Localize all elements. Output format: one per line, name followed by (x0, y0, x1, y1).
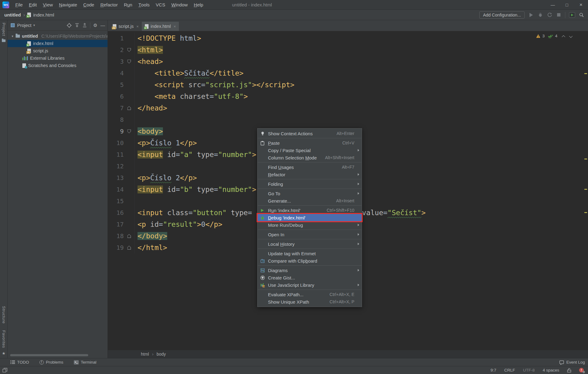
inspections-widget[interactable]: 3 4 (536, 34, 572, 38)
caret-position[interactable]: 9:7 (491, 368, 496, 372)
code-text[interactable] (135, 160, 138, 172)
problems-toolwindow-button[interactable]: ! Problems (40, 360, 63, 365)
code-text[interactable]: <input class="button" type=value="Sečíst… (135, 207, 252, 219)
menu-item-use-javascript-library[interactable]: JSUse JavaScript Library (258, 281, 362, 289)
menu-edit[interactable]: Edit (26, 0, 40, 10)
error-stripe-mark[interactable] (584, 212, 587, 213)
line-separator[interactable]: CRLF (504, 368, 515, 372)
code-text[interactable]: <title>Sčítač</title> (135, 67, 243, 79)
project-dropdown-caret-icon[interactable]: ▾ (33, 23, 35, 27)
notification-icon[interactable]: !⚙ (579, 368, 584, 372)
tab-index-html[interactable]: H index.html × (142, 22, 179, 31)
code-text[interactable]: <p id="result">0</p> (135, 219, 222, 230)
close-tab-icon[interactable]: × (136, 24, 139, 29)
stripe-favorites-button[interactable]: Favorites (2, 330, 6, 348)
menu-item-compare-with-clipboard[interactable]: Compare with Clipboard (258, 257, 362, 264)
code-text[interactable]: </head> (135, 102, 167, 114)
locate-file-icon[interactable] (67, 23, 72, 28)
tree-row-scratches[interactable]: Scratches and Consoles (8, 62, 107, 69)
coverage-button[interactable] (547, 12, 552, 18)
file-encoding[interactable]: UTF-8 (523, 368, 535, 372)
menu-item-create-gist[interactable]: Create Gist... (258, 274, 362, 281)
tab-script-js[interactable]: JS script.js × (110, 22, 142, 31)
menu-item-show-unique-xpath[interactable]: Show Unique XPathCtrl+Alt+X, P (258, 298, 362, 305)
breadcrumb-file[interactable]: index.html (33, 12, 54, 17)
code-text[interactable]: <html> (135, 44, 163, 56)
code-text[interactable]: <script src="script.js"></script> (135, 79, 294, 91)
collapse-all-icon[interactable] (82, 23, 87, 28)
menu-item-open-in[interactable]: Open In (258, 231, 362, 238)
project-panel-title[interactable]: Project (17, 23, 32, 28)
menu-item-column-selection-mode[interactable]: Column Selection ModeAlt+Shift+Insert (258, 154, 362, 161)
menu-item-run-index-html[interactable]: Run 'index.html'Ctrl+Shift+F10 (258, 207, 362, 214)
code-text[interactable]: </body> (135, 230, 167, 242)
next-issue-icon[interactable] (569, 34, 572, 38)
run-anything-icon[interactable] (569, 12, 575, 18)
terminal-toolwindow-button[interactable]: >_ Terminal (74, 360, 96, 365)
fold-marker-icon[interactable] (127, 60, 131, 64)
toolwindow-toggle-icon[interactable] (2, 368, 7, 372)
error-stripe-mark[interactable] (584, 73, 587, 74)
event-log-button[interactable]: Event Log (559, 360, 585, 365)
tree-row-index-html[interactable]: H index.html (8, 40, 107, 47)
gear-icon[interactable]: ⚙ (93, 23, 97, 28)
expand-all-icon[interactable] (75, 23, 79, 28)
menu-code[interactable]: Code (80, 0, 97, 10)
menu-vcs[interactable]: VCS (153, 0, 168, 10)
code-text[interactable]: <!DOCTYPE html> (135, 32, 201, 44)
fold-marker-icon[interactable] (127, 48, 131, 52)
project-toolwindow-icon[interactable] (2, 39, 6, 42)
menu-item-diagrams[interactable]: Diagrams (258, 267, 362, 274)
menu-run[interactable]: Run (121, 0, 135, 10)
error-stripe-mark[interactable] (584, 189, 587, 190)
debug-button[interactable] (537, 12, 543, 18)
fold-marker-icon[interactable] (127, 234, 131, 238)
fold-marker-icon[interactable] (127, 246, 131, 250)
menu-item-generate[interactable]: Generate...Alt+Insert (258, 197, 362, 204)
lock-icon[interactable] (567, 368, 571, 372)
stop-button[interactable] (556, 12, 561, 18)
add-configuration-button[interactable]: Add Configuration... (479, 11, 525, 19)
code-text[interactable] (135, 114, 138, 125)
tree-row-root[interactable]: ▾ untitled C:\Users\Filip\WebstormProjec… (8, 32, 107, 40)
code-text[interactable]: <input id="b" type="number"> (135, 184, 256, 195)
fold-marker-icon[interactable] (127, 106, 131, 110)
maximize-icon[interactable]: □ (560, 0, 574, 10)
menu-item-refactor[interactable]: Refactor (258, 171, 362, 178)
code-text[interactable]: <body> (135, 125, 163, 137)
menu-view[interactable]: View (40, 0, 56, 10)
breadcrumb-html[interactable]: html (141, 352, 149, 357)
menu-tools[interactable]: Tools (135, 0, 153, 10)
menu-refactor[interactable]: Refactor (97, 0, 121, 10)
project-horizontal-scrollbar[interactable] (10, 354, 88, 356)
code-text[interactable]: <p>Číslo 1</p> (135, 137, 197, 149)
search-everywhere-icon[interactable] (579, 12, 584, 18)
todo-toolwindow-button[interactable]: TODO (10, 360, 29, 365)
tree-row-script-js[interactable]: JS script.js (8, 47, 107, 54)
menu-help[interactable]: Help (191, 0, 206, 10)
menu-item-copy-paste-special[interactable]: Copy / Paste Special (258, 147, 362, 154)
error-stripe-mark[interactable] (584, 159, 587, 159)
menu-item-go-to[interactable]: Go To (258, 190, 362, 197)
prev-issue-icon[interactable] (562, 35, 565, 39)
menu-item-more-run-debug[interactable]: More Run/Debug (258, 221, 362, 229)
menu-navigate[interactable]: Navigate (56, 0, 80, 10)
code-text[interactable]: <meta charset="utf-8"> (135, 91, 248, 102)
stripe-project-button[interactable]: Project (2, 23, 6, 36)
menu-file[interactable]: File (12, 0, 26, 10)
close-tab-icon[interactable]: × (174, 24, 176, 29)
breadcrumb-project[interactable]: untitled (4, 12, 21, 17)
indent-setting[interactable]: 4 spaces (543, 368, 559, 372)
close-icon[interactable]: × (574, 0, 588, 10)
menu-item-show-context-actions[interactable]: Show Context ActionsAlt+Enter (258, 130, 362, 137)
menu-window[interactable]: Window (168, 0, 190, 10)
menu-item-local-history[interactable]: Local History (258, 240, 362, 248)
menu-item-find-usages[interactable]: Find UsagesAlt+F7 (258, 163, 362, 171)
breadcrumb-body[interactable]: body (156, 352, 166, 357)
hide-panel-icon[interactable]: — (100, 23, 105, 28)
menu-item-update-tag-with-emmet[interactable]: Update tag with Emmet (258, 250, 362, 257)
code-text[interactable]: <head> (135, 56, 163, 67)
menu-item-evaluate-xpath[interactable]: Evaluate XPath...Ctrl+Alt+X, E (258, 291, 362, 298)
code-text[interactable]: <input id="a" type="number"> (135, 149, 256, 160)
run-button[interactable] (528, 12, 534, 18)
